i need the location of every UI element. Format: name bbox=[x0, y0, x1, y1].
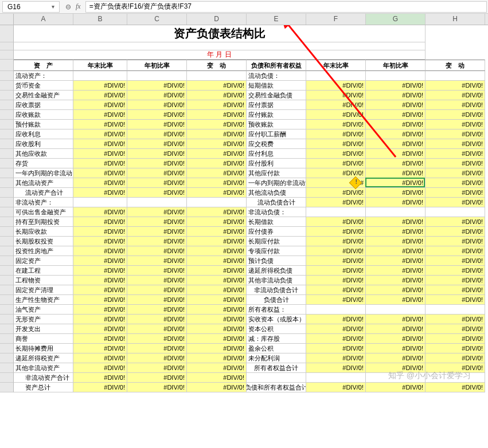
data-cell[interactable]: #DIV/0! bbox=[425, 353, 485, 363]
row-label-right[interactable]: 应付股利 bbox=[247, 159, 306, 168]
data-cell[interactable]: #DIV/0! bbox=[73, 324, 127, 334]
row-label-right[interactable]: 非流动负债合计 bbox=[247, 285, 306, 295]
data-cell[interactable]: #DIV/0! bbox=[425, 334, 485, 344]
data-cell[interactable]: #DIV/0! bbox=[187, 120, 247, 129]
data-cell[interactable]: #DIV/0! bbox=[306, 266, 366, 276]
data-cell[interactable]: #DIV/0! bbox=[73, 285, 127, 295]
row-label-left[interactable]: 工程物资 bbox=[14, 276, 73, 285]
row-label-right[interactable]: 递延所得税负债 bbox=[247, 266, 306, 276]
row-label-left[interactable]: 可供出售金融资产 bbox=[14, 207, 73, 217]
row-header[interactable] bbox=[0, 139, 14, 149]
row-label-left[interactable]: 其他非流动资产 bbox=[14, 363, 73, 373]
dropdown-icon[interactable]: ▾ bbox=[52, 3, 54, 10]
column-header-D[interactable]: D bbox=[187, 14, 247, 25]
data-cell[interactable]: #DIV/0! bbox=[366, 217, 425, 227]
data-cell[interactable]: #DIV/0! bbox=[425, 139, 485, 149]
data-cell[interactable]: #DIV/0! bbox=[127, 139, 187, 149]
row-label-right[interactable]: 其他流动负债 bbox=[247, 188, 306, 198]
data-cell[interactable] bbox=[306, 207, 366, 217]
table-header[interactable]: 年初比率 bbox=[127, 60, 187, 71]
row-header[interactable] bbox=[0, 353, 14, 363]
data-cell[interactable]: #DIV/0! bbox=[127, 110, 187, 120]
data-cell[interactable]: #DIV/0! bbox=[425, 188, 485, 198]
column-header-F[interactable]: F bbox=[306, 14, 366, 25]
row-header[interactable] bbox=[0, 334, 14, 344]
data-cell[interactable]: #DIV/0! bbox=[366, 383, 425, 392]
data-cell[interactable]: #DIV/0! bbox=[366, 81, 425, 91]
row-header[interactable] bbox=[0, 373, 14, 383]
row-header[interactable] bbox=[0, 383, 14, 392]
column-header-B[interactable]: B bbox=[73, 14, 127, 25]
row-header[interactable] bbox=[0, 266, 14, 276]
row-label-right[interactable]: 减：库存股 bbox=[247, 334, 306, 344]
row-label-right[interactable]: 预收账款 bbox=[247, 120, 306, 129]
row-header[interactable] bbox=[0, 227, 14, 237]
data-cell[interactable]: #DIV/0! bbox=[366, 91, 425, 100]
data-cell[interactable]: #DIV/0! bbox=[187, 276, 247, 285]
row-label-right[interactable]: 专项应付款 bbox=[247, 246, 306, 256]
data-cell[interactable]: #DIV/0! bbox=[187, 237, 247, 246]
row-header[interactable] bbox=[0, 110, 14, 120]
data-cell[interactable]: #DIV/0! bbox=[306, 91, 366, 100]
data-cell[interactable]: #DIV/0! bbox=[187, 266, 247, 276]
row-label-left[interactable]: 长期待摊费用 bbox=[14, 344, 73, 353]
data-cell[interactable]: #DIV/0! bbox=[187, 353, 247, 363]
data-cell[interactable]: #DIV/0! bbox=[306, 159, 366, 168]
row-label-left[interactable]: 应收股利 bbox=[14, 139, 73, 149]
sheet-title[interactable]: 资产负债表结构比 bbox=[14, 25, 425, 42]
data-cell[interactable]: #DIV/0! bbox=[306, 129, 366, 139]
data-cell[interactable] bbox=[425, 207, 485, 217]
data-cell[interactable]: #DIV/0! bbox=[127, 305, 187, 315]
data-cell[interactable]: #DIV/0! bbox=[425, 129, 485, 139]
data-cell[interactable]: #DIV/0! bbox=[187, 139, 247, 149]
data-cell[interactable] bbox=[306, 305, 366, 315]
data-cell[interactable]: #DIV/0! bbox=[306, 256, 366, 266]
data-cell[interactable]: #DIV/0! bbox=[73, 246, 127, 256]
row-header[interactable] bbox=[0, 315, 14, 324]
data-cell[interactable] bbox=[127, 71, 187, 81]
data-cell[interactable]: #DIV/0! bbox=[366, 334, 425, 344]
data-cell[interactable]: #DIV/0! bbox=[187, 178, 247, 188]
row-header[interactable] bbox=[0, 168, 14, 178]
data-cell[interactable]: #DIV/0! bbox=[306, 324, 366, 334]
data-cell[interactable]: #DIV/0! bbox=[73, 334, 127, 344]
data-cell[interactable]: #DIV/0! bbox=[425, 217, 485, 227]
data-cell[interactable]: #DIV/0! bbox=[73, 81, 127, 91]
data-cell[interactable]: #DIV/0! bbox=[127, 178, 187, 188]
column-header-A[interactable]: A bbox=[14, 14, 73, 25]
row-label-right[interactable]: 应付职工薪酬 bbox=[247, 129, 306, 139]
data-cell[interactable]: #DIV/0! bbox=[425, 276, 485, 285]
data-cell[interactable]: #DIV/0! bbox=[425, 168, 485, 178]
data-cell[interactable] bbox=[187, 71, 247, 81]
data-cell[interactable]: #DIV/0! bbox=[187, 227, 247, 237]
data-cell[interactable]: #DIV/0! bbox=[127, 276, 187, 285]
data-cell[interactable]: #DIV/0! bbox=[73, 383, 127, 392]
data-cell[interactable]: #DIV/0! bbox=[187, 129, 247, 139]
row-label-left[interactable]: 应收票据 bbox=[14, 100, 73, 110]
row-label-left[interactable]: 生产性生物资产 bbox=[14, 295, 73, 305]
data-cell[interactable]: #DIV/0! bbox=[187, 315, 247, 324]
data-cell[interactable]: #DIV/0! bbox=[73, 237, 127, 246]
data-cell[interactable]: #DIV/0! bbox=[425, 266, 485, 276]
row-label-right[interactable] bbox=[247, 373, 306, 383]
row-label-left[interactable]: 递延所得税资产 bbox=[14, 353, 73, 363]
data-cell[interactable]: #DIV/0! bbox=[127, 207, 187, 217]
row-label-left[interactable]: 流动资产合计 bbox=[14, 188, 73, 198]
data-cell[interactable] bbox=[366, 305, 425, 315]
data-cell[interactable]: #DIV/0! bbox=[306, 383, 366, 392]
data-cell[interactable]: #DIV/0! bbox=[425, 246, 485, 256]
column-header-H[interactable]: H bbox=[425, 14, 485, 25]
data-cell[interactable]: #DIV/0! bbox=[306, 139, 366, 149]
data-cell[interactable]: #DIV/0! bbox=[73, 139, 127, 149]
data-cell[interactable]: #DIV/0! bbox=[306, 276, 366, 285]
data-cell[interactable]: #DIV/0! bbox=[127, 149, 187, 159]
row-label-right[interactable]: 应交税费 bbox=[247, 139, 306, 149]
select-all-corner[interactable] bbox=[0, 14, 14, 25]
row-label-left[interactable]: 长期股权投资 bbox=[14, 237, 73, 246]
data-cell[interactable]: #DIV/0! bbox=[73, 149, 127, 159]
data-cell[interactable]: #DIV/0! bbox=[425, 198, 485, 207]
row-header[interactable] bbox=[0, 324, 14, 334]
data-cell[interactable]: #DIV/0! bbox=[425, 315, 485, 324]
data-cell[interactable]: #DIV/0! bbox=[73, 168, 127, 178]
data-cell[interactable]: #DIV/0! bbox=[425, 285, 485, 295]
